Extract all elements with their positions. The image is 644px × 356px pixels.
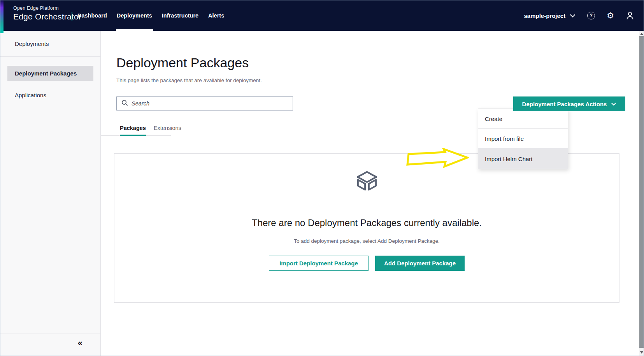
nav-item-infrastructure[interactable]: Infrastructure <box>161 0 199 31</box>
import-deployment-package-button[interactable]: Import Deployment Package <box>269 256 369 271</box>
tab-packages[interactable]: Packages <box>120 125 146 136</box>
empty-state-title: There are no Deployment Packages current… <box>252 217 482 228</box>
menu-item-create[interactable]: Create <box>478 109 568 129</box>
sidebar-item-deployments[interactable]: Deployments <box>0 31 100 57</box>
annotation-arrow-icon <box>406 148 469 169</box>
actions-button-label: Deployment Packages Actions <box>522 101 607 107</box>
header-right-cluster: sample-project ? ⚙ <box>524 0 634 31</box>
tab-extensions[interactable]: Extensions <box>154 125 181 136</box>
menu-item-import-helm-chart[interactable]: Import Helm Chart <box>478 149 568 169</box>
tab-bar: Packages Extensions <box>101 125 171 136</box>
package-cube-icon <box>355 170 379 191</box>
search-box <box>116 96 293 110</box>
deployment-packages-actions-button[interactable]: Deployment Packages Actions <box>513 96 625 111</box>
user-icon[interactable] <box>626 11 634 20</box>
scrollbar-up-arrow[interactable] <box>640 33 643 35</box>
scrollbar-down-arrow[interactable] <box>640 351 643 354</box>
brand-gradient-strip <box>0 0 4 33</box>
sidebar-collapse-icon[interactable]: « <box>78 338 82 348</box>
nav-item-alerts[interactable]: Alerts <box>207 0 225 31</box>
actions-dropdown-menu: Create Import from file Import Helm Char… <box>478 109 568 169</box>
search-icon <box>121 100 128 108</box>
sidebar-footer: « <box>0 333 100 356</box>
page-subtitle: This page lists the packages that are av… <box>116 77 262 83</box>
empty-state-subtitle: To add deployment package, select Add De… <box>294 238 440 244</box>
sidebar: Deployments Deployment Packages Applicat… <box>0 31 101 356</box>
help-icon[interactable]: ? <box>587 12 595 19</box>
nav-item-dashboard[interactable]: Dashboard <box>77 0 108 31</box>
app-window: Open Edge Platform Edge Orchestrator Das… <box>0 0 644 356</box>
brand-logo-product: Edge Orchestrator <box>13 12 81 21</box>
top-header-bar: Open Edge Platform Edge Orchestrator Das… <box>0 0 644 31</box>
project-selector[interactable]: sample-project <box>524 12 576 19</box>
top-nav: Dashboard Deployments Infrastructure Ale… <box>77 0 225 31</box>
chevron-down-icon <box>611 102 616 106</box>
brand-logo: Open Edge Platform Edge Orchestrator <box>13 5 81 21</box>
sidebar-item-applications[interactable]: Applications <box>7 88 93 103</box>
logo-divider <box>72 12 72 21</box>
page-title: Deployment Packages <box>116 55 249 70</box>
add-deployment-package-button[interactable]: Add Deployment Package <box>375 256 465 271</box>
empty-state-actions: Import Deployment Package Add Deployment… <box>269 256 465 271</box>
settings-gear-icon[interactable]: ⚙ <box>607 12 614 20</box>
empty-state-panel: There are no Deployment Packages current… <box>114 153 619 303</box>
sidebar-item-deployment-packages[interactable]: Deployment Packages <box>7 66 93 81</box>
scrollbar-thumb[interactable] <box>639 36 644 348</box>
search-input[interactable] <box>132 100 288 107</box>
vertical-scrollbar[interactable] <box>639 31 644 356</box>
chevron-down-icon <box>570 14 576 18</box>
sidebar-list: Deployment Packages Applications <box>0 57 100 103</box>
project-name: sample-project <box>524 12 565 19</box>
menu-item-import-from-file[interactable]: Import from file <box>478 129 568 149</box>
nav-item-deployments[interactable]: Deployments <box>116 0 153 31</box>
brand-logo-platform: Open Edge Platform <box>13 5 81 11</box>
